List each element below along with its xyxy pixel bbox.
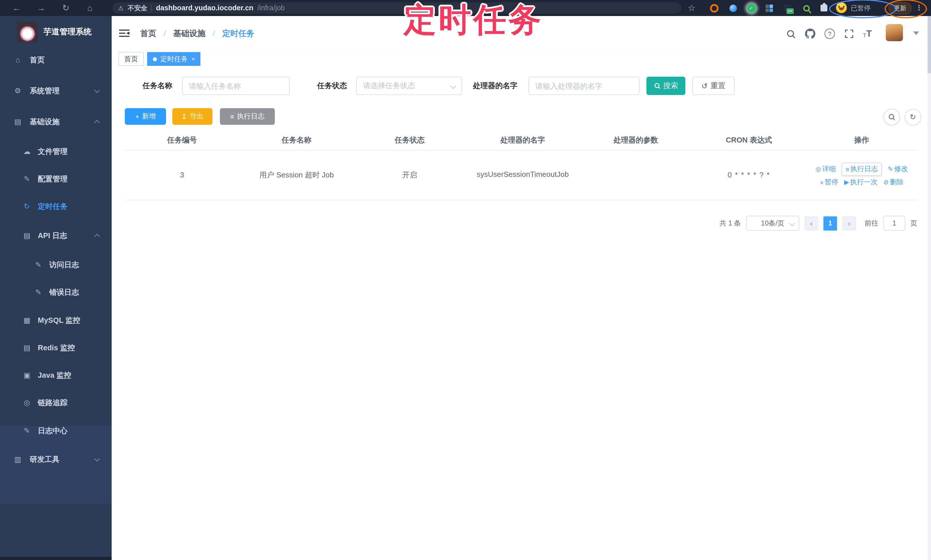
browser-back-icon[interactable]: ← bbox=[10, 0, 23, 16]
action-delete[interactable]: ⊘删除 bbox=[883, 177, 903, 187]
col-handler-name: 处理器的名字 bbox=[466, 131, 580, 150]
fullscreen-icon[interactable] bbox=[842, 27, 856, 41]
mysql-icon: ▦ bbox=[22, 313, 32, 328]
next-page-button[interactable]: › bbox=[842, 216, 856, 230]
extension-green-check-icon[interactable]: ✓ bbox=[746, 3, 756, 13]
java-monitor-icon: ▣ bbox=[22, 368, 32, 383]
sidebar-item-config-manage[interactable]: ✎ 配置管理 bbox=[0, 172, 112, 186]
page-size-select[interactable]: 10条/页 bbox=[746, 216, 799, 231]
search-icon[interactable] bbox=[784, 27, 798, 41]
table-row[interactable]: 3 用户 Session 超时 Job 开启 sysUserSessionTim… bbox=[125, 150, 917, 200]
collapse-sidebar-icon[interactable] bbox=[119, 29, 129, 38]
sidebar-item-label: 链路追踪 bbox=[38, 395, 68, 410]
sidebar-bottom-strip bbox=[0, 557, 112, 560]
delete-icon: ⊘ bbox=[883, 178, 889, 186]
job-status-select[interactable]: 请选择任务状态 bbox=[356, 77, 462, 95]
sidebar-item-label: 日志中心 bbox=[38, 423, 68, 438]
scrollbar-thumb[interactable] bbox=[928, 16, 931, 73]
prev-page-button[interactable]: ‹ bbox=[805, 216, 818, 230]
font-size-icon[interactable]: TT bbox=[860, 27, 874, 41]
breadcrumb-infra[interactable]: 基础设施 bbox=[173, 29, 205, 38]
action-edit[interactable]: ✎修改 bbox=[888, 164, 908, 174]
breadcrumb-home[interactable]: 首页 bbox=[140, 29, 156, 38]
sidebar-item-mysql-monitor[interactable]: ▦ MySQL 监控 bbox=[0, 313, 112, 328]
download-icon: ↧ bbox=[181, 113, 187, 120]
sidebar-item-devtools[interactable]: ▥ 研发工具 bbox=[0, 452, 112, 467]
goto-page-input[interactable] bbox=[883, 216, 905, 231]
sidebar-item-file-manage[interactable]: ☁ 文件管理 bbox=[0, 144, 112, 159]
help-icon[interactable]: ? bbox=[823, 27, 837, 41]
sidebar-item-system[interactable]: ⚙ 系统管理 bbox=[0, 83, 112, 98]
browser-home-icon[interactable]: ⌂ bbox=[83, 0, 96, 16]
chrome-update-button[interactable]: 更新 bbox=[889, 2, 911, 14]
sidebar-item-scheduled-job[interactable]: ↻ 定时任务 bbox=[0, 199, 112, 214]
close-icon[interactable]: × bbox=[191, 53, 195, 65]
sidebar-item-access-log[interactable]: ✎ 访问日志 bbox=[0, 257, 112, 272]
add-button[interactable]: + 新增 bbox=[125, 108, 166, 125]
browser-forward-icon[interactable]: → bbox=[35, 0, 48, 16]
app-logo[interactable]: 芋道管理系统 bbox=[17, 22, 92, 42]
tab-scheduled-job[interactable]: 定时任务 × bbox=[147, 52, 201, 66]
list-icon: ≡ bbox=[846, 166, 849, 172]
breadcrumb-separator: / bbox=[213, 29, 215, 38]
sidebar-item-error-log[interactable]: ✎ 错误日志 bbox=[0, 285, 112, 300]
action-exec-log[interactable]: ≡执行日志 bbox=[842, 163, 882, 176]
pagination-total: 共 1 条 bbox=[720, 218, 741, 228]
current-page-button[interactable]: 1 bbox=[823, 216, 837, 230]
sidebar-item-api-log[interactable]: ▤ API 日志 bbox=[0, 228, 112, 243]
infra-icon: ▤ bbox=[12, 114, 23, 129]
job-name-input[interactable] bbox=[182, 77, 290, 95]
action-run-once[interactable]: ▶执行一次 bbox=[844, 177, 878, 187]
sidebar-item-label: Java 监控 bbox=[38, 368, 71, 383]
action-pause[interactable]: ×暂停 bbox=[820, 177, 839, 187]
plus-icon: + bbox=[135, 113, 139, 120]
extension-orange-ring-icon[interactable] bbox=[709, 3, 719, 13]
exec-log-button[interactable]: ≡ 执行日志 bbox=[220, 108, 275, 125]
export-button[interactable]: ↧ 导出 bbox=[172, 108, 213, 125]
security-label: 不安全 bbox=[128, 4, 148, 12]
browser-reload-icon[interactable]: ↻ bbox=[60, 0, 72, 16]
detail-icon: ◎ bbox=[815, 165, 821, 173]
extension-grid-icon[interactable] bbox=[764, 3, 774, 13]
active-tab-dot bbox=[153, 57, 157, 61]
export-button-label: 导出 bbox=[190, 112, 203, 122]
sidebar-item-log-center[interactable]: ✎ 日志中心 bbox=[0, 423, 112, 438]
refresh-button[interactable]: ↻ bbox=[905, 109, 921, 125]
list-icon: ≡ bbox=[230, 113, 234, 120]
sidebar-item-label: MySQL 监控 bbox=[38, 313, 80, 328]
github-icon[interactable] bbox=[803, 27, 817, 41]
extension-list-icon[interactable]: on bbox=[782, 3, 792, 13]
sidebar-item-trace[interactable]: ◎ 链路追踪 bbox=[0, 395, 112, 410]
handler-name-input[interactable] bbox=[529, 77, 640, 95]
breadcrumb-current: 定时任务 bbox=[222, 29, 254, 38]
sidebar-item-home[interactable]: ⌂ 首页 bbox=[0, 53, 112, 68]
scrollbar-track[interactable] bbox=[928, 16, 931, 560]
sidebar-item-label: 基础设施 bbox=[30, 114, 60, 129]
profile-emoji-avatar[interactable] bbox=[836, 2, 847, 13]
run-icon: ▶ bbox=[844, 178, 849, 186]
extension-blue-drop-icon[interactable] bbox=[728, 3, 738, 13]
avatar-caret-icon[interactable] bbox=[913, 31, 919, 35]
extension-key-icon[interactable] bbox=[801, 3, 811, 13]
bookmark-star-icon[interactable]: ☆ bbox=[686, 3, 697, 13]
goto-label: 前往 bbox=[865, 218, 878, 228]
cell-job-status: 开启 bbox=[354, 150, 466, 200]
search-button[interactable]: 搜索 bbox=[646, 77, 685, 95]
sidebar-item-java-monitor[interactable]: ▣ Java 监控 bbox=[0, 368, 112, 383]
cell-handler-name: sysUserSessionTimeoutJob bbox=[466, 150, 580, 200]
user-avatar[interactable] bbox=[886, 24, 903, 41]
chevron-down-icon bbox=[94, 456, 100, 462]
omnibox-divider bbox=[151, 5, 152, 11]
browser-menu-kebab-icon[interactable]: ⋮ bbox=[914, 0, 923, 16]
add-button-label: 新增 bbox=[142, 112, 156, 122]
action-detail[interactable]: ◎详细 bbox=[815, 164, 836, 174]
col-job-status: 任务状态 bbox=[354, 131, 466, 150]
sidebar-item-redis-monitor[interactable]: ▤ Redis 监控 bbox=[0, 340, 112, 355]
reset-button[interactable]: ↺ 重置 bbox=[692, 77, 735, 95]
tab-home[interactable]: 首页 bbox=[119, 52, 144, 66]
sidebar-item-infra[interactable]: ▤ 基础设施 bbox=[0, 114, 112, 129]
extensions-puzzle-icon[interactable] bbox=[819, 3, 829, 13]
search-button-label: 搜索 bbox=[663, 81, 678, 91]
chevron-down-icon bbox=[789, 221, 795, 226]
toggle-search-button[interactable] bbox=[883, 109, 900, 125]
